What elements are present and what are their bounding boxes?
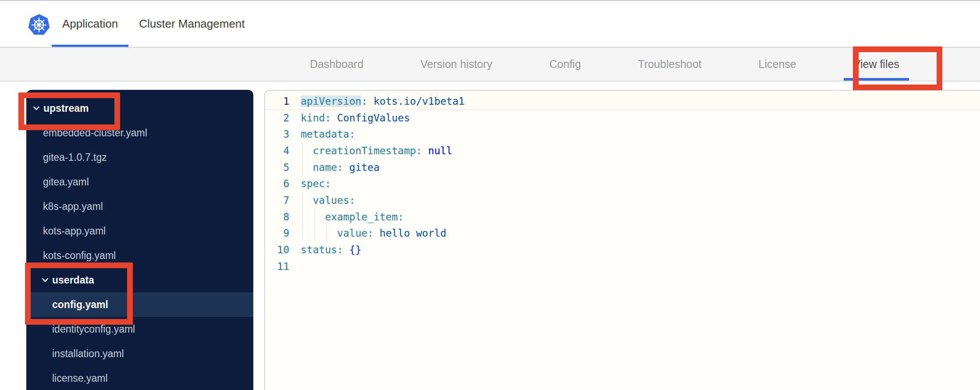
indent-guide [302,192,303,209]
line-number: 3 [265,128,289,140]
app-subnav: DashboardVersion historyConfigTroublesho… [0,48,980,82]
file-label: embedded-cluster.yaml [43,127,147,139]
subnav-tab-troubleshoot[interactable]: Troubleshoot [628,48,711,81]
file-label: gitea.yaml [43,176,89,188]
line-number: 11 [265,261,289,272]
header-tab-cluster-management[interactable]: Cluster Management [128,1,255,47]
sidebar-item-config-yaml[interactable]: config.yaml [26,292,253,317]
code-text: example_item: [301,209,404,225]
code-editor[interactable]: 1apiVersion: kots.io/v1beta12kind: Confi… [264,90,980,390]
code-line-7: 7 values: [265,192,980,209]
line-number: 10 [265,244,289,255]
code-text: spec: [301,175,331,192]
line-number: 6 [265,178,289,189]
code-line-5: 5 name: gitea [265,159,980,176]
top-header: ApplicationCluster Management [0,0,980,48]
code-text: metadata: [301,126,355,142]
code-text: status: {} [301,241,362,258]
sidebar-item-gitea-yaml[interactable]: gitea.yaml [26,170,253,194]
chevron-down-icon [32,104,40,112]
kubernetes-logo-icon [27,13,51,37]
code-line-3: 3metadata: [265,126,980,142]
indent-guide [315,225,315,242]
file-label: config.yaml [52,299,108,311]
file-label: k8s-app.yaml [43,201,103,213]
file-label: gitea-1.0.7.tgz [43,152,107,163]
code-text: apiVersion: kots.io/v1beta1 [301,93,465,110]
code-line-10: 10status: {} [265,241,980,258]
indent-guide [315,209,315,225]
sidebar-item-identityconfig-yaml[interactable]: identityconfig.yaml [26,317,253,341]
line-number: 9 [265,227,289,239]
sidebar-item-kots-app-yaml[interactable]: kots-app.yaml [26,219,253,243]
sidebar-item-kots-config-yaml[interactable]: kots-config.yaml [26,243,253,268]
code-line-1: 1apiVersion: kots.io/v1beta1 [265,93,980,110]
indent-guide [302,209,303,225]
subnav-tab-config[interactable]: Config [540,48,590,81]
sidebar-item-upstream[interactable]: upstream [26,96,253,121]
code-text: creationTimestamp: null [301,142,452,159]
header-tab-application[interactable]: Application [52,1,128,47]
indent-guide [302,225,303,242]
subnav-tab-version-history[interactable]: Version history [411,48,502,81]
file-label: identityconfig.yaml [52,323,135,335]
indent-guide [302,142,303,159]
line-number: 4 [265,145,289,156]
code-text: value: hello world [301,225,446,242]
indent-guide [327,225,327,242]
kots-admin-console: ApplicationCluster Management DashboardV… [0,0,980,390]
sidebar-item-license-yaml[interactable]: license.yaml [26,366,253,390]
sidebar-item-installation-yaml[interactable]: installation.yaml [26,341,253,366]
subnav-tab-license[interactable]: License [749,48,806,81]
sidebar-item-k8s-app-yaml[interactable]: k8s-app.yaml [26,194,253,219]
sidebar-item-gitea-1-0-7-tgz[interactable]: gitea-1.0.7.tgz [26,145,253,170]
file-label: license.yaml [52,372,108,384]
code-line-2: 2kind: ConfigValues [265,110,980,126]
header-tabs: ApplicationCluster Management [52,1,256,47]
sidebar-item-embedded-cluster-yaml[interactable]: embedded-cluster.yaml [26,121,253,145]
subnav-tab-view-files[interactable]: View files [844,48,909,81]
folder-label: upstream [43,103,89,114]
file-label: kots-config.yaml [43,250,116,262]
code-text: kind: ConfigValues [301,110,410,126]
indent-guide [302,159,303,176]
chevron-down-icon [41,276,49,284]
code-line-6: 6spec: [265,175,980,192]
line-number: 1 [265,96,289,107]
file-tree-sidebar[interactable]: upstreamembedded-cluster.yamlgitea-1.0.7… [26,90,253,390]
code-text: values: [301,192,355,209]
line-number: 7 [265,195,289,206]
sidebar-item-userdata[interactable]: userdata [26,268,253,292]
code-line-9: 9 value: hello world [265,225,980,242]
code-line-8: 8 example_item: [265,209,980,225]
subnav-tabs: DashboardVersion historyConfigTroublesho… [300,48,909,81]
subnav-tab-dashboard[interactable]: Dashboard [300,48,373,81]
file-label: kots-app.yaml [43,225,106,237]
code-line-11: 11 [265,258,980,275]
line-number: 5 [265,162,289,173]
folder-label: userdata [52,274,94,286]
file-label: installation.yaml [52,348,124,360]
code-line-4: 4 creationTimestamp: null [265,142,980,159]
line-number: 2 [265,112,289,124]
code-text: name: gitea [301,159,380,176]
line-number: 8 [265,211,289,223]
